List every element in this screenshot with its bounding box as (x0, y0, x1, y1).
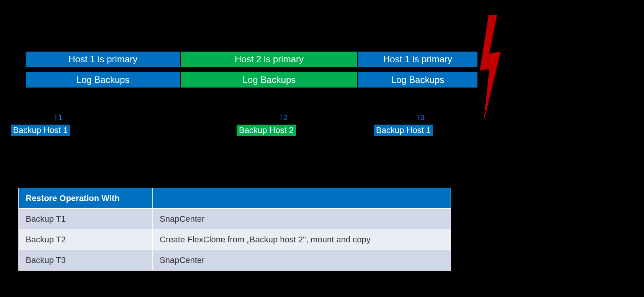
table-header-2 (153, 188, 451, 209)
backup-host1-label-2: Backup Host 1 (374, 125, 433, 136)
table-row: Backup T2 Create FlexClone from „Backup … (19, 229, 451, 250)
table-cell: Backup T1 (19, 209, 153, 229)
restore-table: Restore Operation With Backup T1 SnapCen… (18, 188, 451, 271)
table-row: Backup T3 SnapCenter (19, 250, 451, 271)
table-header-row: Restore Operation With (19, 188, 451, 209)
time-marker-t3: T3 (416, 113, 425, 122)
timeline-host1-primary-2: Host 1 is primary (358, 51, 478, 67)
timeline-host1-primary-1: Host 1 is primary (25, 51, 181, 67)
lightning-icon (478, 15, 505, 122)
table-cell: Backup T3 (19, 250, 153, 271)
table-header-1: Restore Operation With (19, 188, 153, 209)
table-cell: Create FlexClone from „Backup host 2", m… (153, 229, 451, 250)
table-row: Backup T1 SnapCenter (19, 209, 451, 229)
time-marker-t2: T2 (279, 113, 288, 122)
table-cell: Backup T2 (19, 229, 153, 250)
time-marker-t1: T1 (54, 113, 62, 122)
backup-host2-label: Backup Host 2 (237, 125, 296, 136)
table-cell: SnapCenter (153, 250, 451, 271)
timeline-logbackups-2: Log Backups (181, 72, 358, 88)
backup-host1-label-1: Backup Host 1 (11, 125, 70, 136)
table-cell: SnapCenter (153, 209, 451, 229)
timeline-host2-primary: Host 2 is primary (181, 51, 358, 67)
svg-marker-0 (480, 15, 501, 122)
timeline-logbackups-1: Log Backups (25, 72, 181, 88)
timeline-logbackups-3: Log Backups (358, 72, 478, 88)
